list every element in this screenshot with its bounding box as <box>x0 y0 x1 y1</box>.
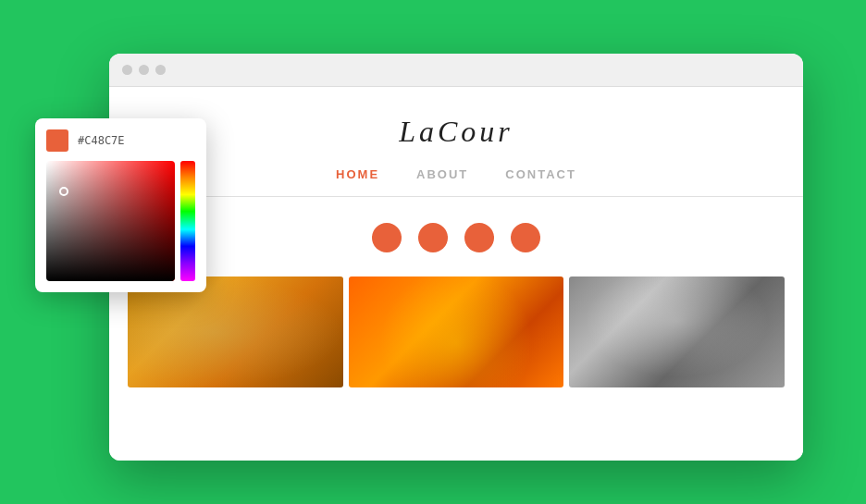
nav-contact[interactable]: CONTACT <box>505 167 576 181</box>
browser-window: LaCour HOME ABOUT CONTACT <box>109 54 803 461</box>
photo-couple-bw <box>569 277 785 387</box>
browser-titlebar <box>109 54 803 87</box>
color-hex-value[interactable]: #C48C7E <box>78 134 125 147</box>
scene: LaCour HOME ABOUT CONTACT #C48C7E <box>35 26 831 479</box>
dot-1[interactable] <box>372 223 402 252</box>
browser-dot-green <box>155 65 166 75</box>
site-logo: LaCour <box>399 115 513 149</box>
photos-row <box>109 277 803 387</box>
dot-2[interactable] <box>418 223 448 252</box>
rainbow-hue-bar[interactable] <box>180 161 195 281</box>
color-gradient-area[interactable] <box>46 161 175 281</box>
nav-about[interactable]: ABOUT <box>416 167 468 181</box>
nav-home[interactable]: HOME <box>336 167 379 181</box>
photo-wedding-outdoor <box>128 277 343 387</box>
color-picker-panel[interactable]: #C48C7E <box>35 118 206 292</box>
site-nav: HOME ABOUT CONTACT <box>109 167 803 197</box>
dot-3[interactable] <box>464 223 494 252</box>
browser-dot-yellow <box>139 65 149 75</box>
color-picker-controls <box>46 161 195 281</box>
picker-cursor[interactable] <box>59 187 68 196</box>
color-picker-header: #C48C7E <box>46 129 195 152</box>
dot-4[interactable] <box>511 223 540 252</box>
browser-dot-red <box>122 65 132 75</box>
photo-flowers-orange <box>349 277 564 387</box>
color-swatch[interactable] <box>46 129 68 152</box>
browser-content: LaCour HOME ABOUT CONTACT <box>109 87 803 461</box>
dots-row <box>372 223 540 252</box>
